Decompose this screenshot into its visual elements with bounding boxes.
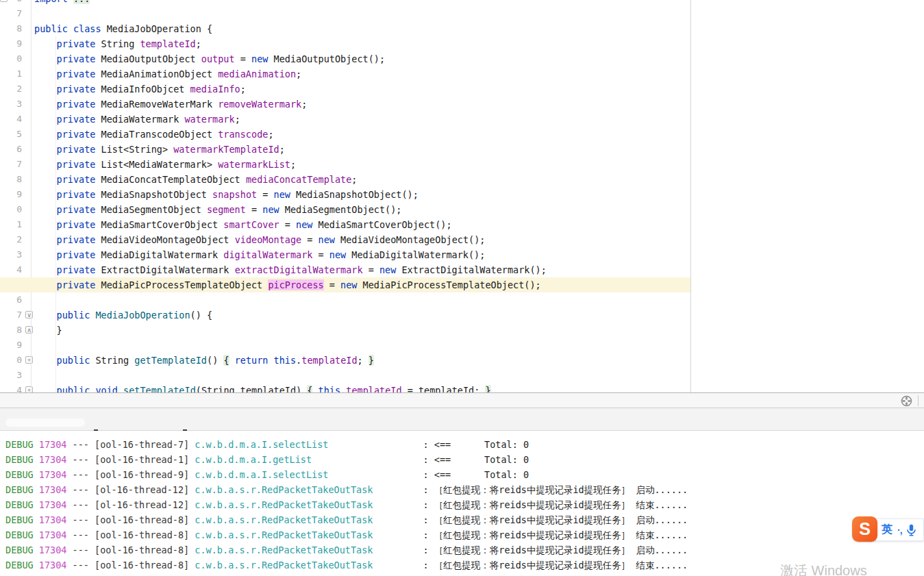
code-line[interactable]: private MediaConcatTemplateObject mediaC… xyxy=(0,172,690,187)
clipped-text-fragment xyxy=(94,429,98,431)
code-editor[interactable]: 6+789012345678901234567∨8∧90+34+ import … xyxy=(0,0,690,392)
code-line[interactable]: private MediaPicProcessTemplateObject pi… xyxy=(0,277,690,292)
code-line[interactable] xyxy=(0,338,690,353)
code-line[interactable]: public MediaJobOperation() { xyxy=(0,308,690,323)
console-output[interactable]: DEBUG 17304 --- [ool-16-thread-7] c.w.b.… xyxy=(0,437,924,573)
code-line[interactable]: } xyxy=(0,323,690,338)
code-line[interactable]: public void setTemplateId(String templat… xyxy=(0,383,690,392)
scrollbar-thumb[interactable] xyxy=(5,418,85,427)
code-line[interactable]: private MediaTranscodeObject transcode; xyxy=(0,127,690,142)
code-line[interactable] xyxy=(0,292,690,308)
code-line[interactable]: private String templateId; xyxy=(0,36,690,51)
code-line[interactable]: private MediaInfoObjcet mediaInfo; xyxy=(0,82,690,97)
ime-language-toggle[interactable]: 英 xyxy=(882,523,892,537)
code-line[interactable]: private List<MediaWatermark> watermarkLi… xyxy=(0,157,690,172)
code-line[interactable]: private List<String> watermarkTemplateId… xyxy=(0,142,690,157)
console-log-line: DEBUG 17304 --- [ol-16-thread-12] c.w.b.… xyxy=(0,497,924,512)
code-line[interactable]: private MediaVideoMontageObject videoMon… xyxy=(0,232,690,247)
code-line[interactable]: public String getTemplateId() { return t… xyxy=(0,353,690,368)
microphone-icon[interactable] xyxy=(907,524,916,536)
console-log-line: DEBUG 17304 --- [ool-16-thread-1] c.w.b.… xyxy=(0,452,924,467)
console-toolbar-band xyxy=(0,408,924,431)
code-line[interactable]: public class MediaJobOperation { xyxy=(0,21,690,36)
activate-windows-watermark: 激活 Windows xyxy=(780,562,867,576)
console-log-line: DEBUG 17304 --- [ool-16-thread-8] c.w.b.… xyxy=(0,542,924,558)
panel-divider-bar xyxy=(0,392,924,408)
toolbar-separator xyxy=(918,395,919,406)
ime-punctuation-toggle[interactable]: ·, xyxy=(897,525,902,536)
code-line[interactable]: private MediaAnimationObject mediaAnimat… xyxy=(0,66,690,82)
code-line[interactable]: private ExtractDigitalWatermark extractD… xyxy=(0,262,690,277)
code-line[interactable]: import ... xyxy=(0,0,690,6)
sogou-ime-logo[interactable]: S xyxy=(852,516,877,542)
code-line[interactable]: private MediaWatermark watermark; xyxy=(0,112,690,127)
code-line[interactable] xyxy=(0,6,690,21)
console-log-line: DEBUG 17304 --- [ool-16-thread-9] c.w.b.… xyxy=(0,467,924,482)
code-line[interactable]: private MediaSnapshotObject snapshot = n… xyxy=(0,187,690,202)
editor-right-border xyxy=(690,0,691,392)
code-line[interactable] xyxy=(0,368,690,383)
code-line[interactable]: private MediaOutputObject output = new M… xyxy=(0,51,690,66)
code-line[interactable]: private MediaDigitalWatermark digitalWat… xyxy=(0,247,690,262)
console-log-line: DEBUG 17304 --- [ol-16-thread-12] c.w.b.… xyxy=(0,482,924,497)
clipped-text-fragment xyxy=(183,429,187,431)
console-log-line: DEBUG 17304 --- [ool-16-thread-8] c.w.b.… xyxy=(0,512,924,527)
code-line[interactable]: private MediaRemoveWaterMark removeWater… xyxy=(0,97,690,112)
code-area[interactable]: import ...public class MediaJobOperation… xyxy=(0,0,690,392)
code-line[interactable]: private MediaSegmentObject segment = new… xyxy=(0,202,690,217)
console-log-line: DEBUG 17304 --- [ool-16-thread-8] c.w.b.… xyxy=(0,527,924,542)
console-settings-icon[interactable] xyxy=(901,395,912,407)
code-line[interactable]: private MediaSmartCoverObject smartCover… xyxy=(0,217,690,232)
ide-window: 6+789012345678901234567∨8∧90+34+ import … xyxy=(0,0,924,576)
console-log-line: DEBUG 17304 --- [ool-16-thread-7] c.w.b.… xyxy=(0,437,924,452)
